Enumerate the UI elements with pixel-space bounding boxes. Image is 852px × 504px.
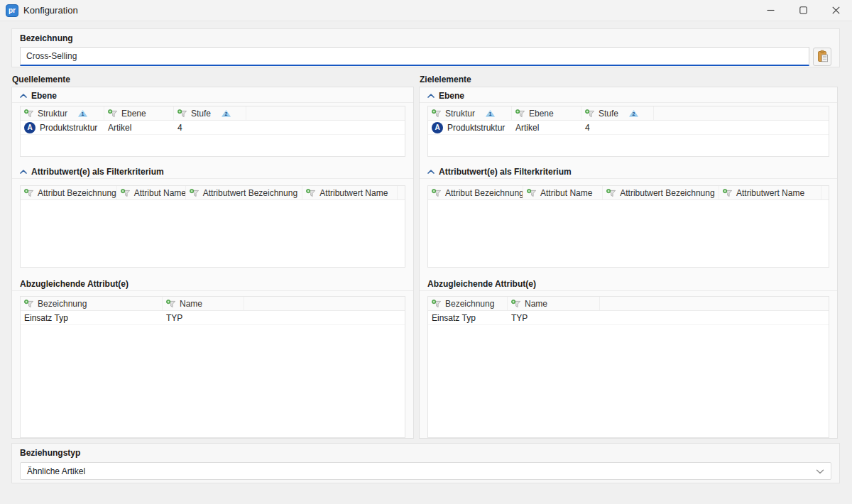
source-abgleich-section-header: Abzugleichende Attribut(e) (12, 278, 413, 291)
collapse-icon (427, 94, 435, 98)
column-label: Attributwert Name (736, 188, 804, 198)
cell-ebene: Artikel (104, 121, 174, 134)
filter-icon[interactable] (606, 189, 616, 197)
column-header-name[interactable]: Name (508, 297, 600, 310)
target-filter-table: Attribut Bezeichnung Attribut Name Attri… (427, 185, 829, 268)
target-filter-section-header[interactable]: Attributwert(e) als Filterkriterium (420, 165, 837, 179)
filter-icon[interactable] (515, 109, 525, 118)
column-header-attributwert-name[interactable]: Attributwert Name (302, 186, 398, 199)
column-label: Attribut Name (134, 188, 186, 198)
column-header-filler (244, 297, 405, 310)
column-header-stufe[interactable]: Stufe 2 (581, 106, 654, 120)
column-label: Attributwert Bezeichnung (620, 188, 714, 198)
table-row[interactable]: A Produktstruktur Artikel 4 (428, 121, 829, 135)
close-button[interactable] (819, 0, 852, 21)
column-label: Attribut Bezeichnung (445, 188, 523, 198)
target-ebene-table: Struktur 1 Ebene Stufe 2 A Produktstrukt… (427, 106, 829, 157)
filter-icon[interactable] (190, 189, 200, 197)
column-label: Ebene (121, 109, 146, 119)
beziehungstyp-dropdown[interactable]: Ähnliche Artikel (20, 462, 831, 480)
filter-icon[interactable] (24, 109, 34, 118)
beziehungstyp-label: Beziehungstyp (20, 448, 831, 458)
produktstruktur-icon: A (432, 122, 443, 133)
window-controls (754, 0, 852, 21)
column-header-filler (246, 106, 405, 120)
close-icon (832, 6, 840, 14)
filter-icon[interactable] (306, 189, 316, 197)
collapse-icon (427, 170, 435, 174)
column-header-attributwert-bezeichnung[interactable]: Attributwert Bezeichnung (186, 186, 303, 199)
column-header-name[interactable]: Name (163, 297, 244, 310)
cell-text: Produktstruktur (40, 123, 97, 133)
column-header-attributwert-bezeichnung[interactable]: Attributwert Bezeichnung (603, 186, 719, 199)
section-title: Ebene (439, 91, 464, 101)
column-header-filler (600, 297, 829, 310)
column-label: Bezeichnung (445, 299, 494, 309)
filter-icon[interactable] (24, 189, 34, 197)
column-header-filler (398, 186, 405, 199)
zielelemente-heading: Zielelemente (420, 75, 471, 84)
bezeichnung-input[interactable] (20, 47, 809, 66)
maximize-button[interactable] (787, 0, 819, 21)
source-filter-table: Attribut Bezeichnung Attribut Name Attri… (20, 185, 405, 268)
filter-icon[interactable] (178, 109, 187, 118)
target-ebene-section-header[interactable]: Ebene (420, 89, 837, 103)
dropdown-selected-value: Ähnliche Artikel (27, 466, 85, 476)
cell-stufe: 4 (581, 121, 654, 134)
column-header-bezeichnung[interactable]: Bezeichnung (21, 297, 163, 310)
table-row[interactable]: Einsatz Typ TYP (428, 311, 829, 325)
filter-icon[interactable] (585, 109, 595, 118)
filter-icon[interactable] (108, 109, 118, 118)
beziehungstyp-group: Beziehungstyp Ähnliche Artikel (11, 443, 840, 483)
column-label: Attributwert Bezeichnung (203, 188, 297, 198)
filter-icon[interactable] (24, 300, 34, 308)
column-header-struktur[interactable]: Struktur 1 (21, 106, 104, 120)
filter-icon[interactable] (432, 189, 442, 197)
minimize-button[interactable] (754, 0, 787, 21)
quellelemente-panel: Ebene Struktur 1 Ebene Stufe 2 (11, 87, 414, 439)
cell-bezeichnung: Einsatz Typ (21, 311, 163, 324)
table-row[interactable]: A Produktstruktur Artikel 4 (21, 121, 405, 135)
collapse-icon (20, 170, 27, 174)
column-header-attribut-name[interactable]: Attribut Name (117, 186, 186, 199)
clipboard-paste-icon (816, 50, 829, 63)
column-label: Bezeichnung (38, 299, 87, 309)
column-header-bezeichnung[interactable]: Bezeichnung (428, 297, 508, 310)
column-label: Attribut Bezeichnung (38, 188, 116, 198)
column-label: Attributwert Name (320, 188, 388, 198)
filter-icon[interactable] (511, 300, 521, 308)
filter-icon[interactable] (166, 300, 176, 308)
column-header-stufe[interactable]: Stufe 2 (174, 106, 246, 120)
sort-ascending-icon: 1 (78, 110, 87, 117)
column-label: Stufe (599, 109, 618, 119)
column-header-attribut-bezeichnung[interactable]: Attribut Bezeichnung (428, 186, 523, 199)
paste-button[interactable] (813, 48, 831, 66)
filter-icon[interactable] (432, 300, 442, 308)
section-title: Abzugleichende Attribut(e) (20, 279, 129, 289)
column-header-attribut-name[interactable]: Attribut Name (523, 186, 603, 199)
table-header-row: Bezeichnung Name (428, 297, 829, 311)
column-header-attributwert-name[interactable]: Attributwert Name (719, 186, 821, 199)
target-abgleich-section-header: Abzugleichende Attribut(e) (420, 278, 837, 291)
zielelemente-panel: Ebene Struktur 1 Ebene Stufe 2 (419, 87, 838, 439)
table-row[interactable]: Einsatz Typ TYP (21, 311, 405, 325)
column-header-ebene[interactable]: Ebene (512, 106, 581, 120)
sort-ascending-icon: 2 (222, 110, 231, 117)
column-header-filler (821, 186, 829, 199)
bezeichnung-label: Bezeichnung (20, 33, 831, 43)
source-ebene-table: Struktur 1 Ebene Stufe 2 A Produktstrukt… (20, 106, 405, 157)
source-filter-section-header[interactable]: Attributwert(e) als Filterkriterium (12, 165, 413, 179)
column-header-struktur[interactable]: Struktur 1 (428, 106, 512, 120)
minimize-icon (767, 6, 775, 14)
filter-icon[interactable] (723, 189, 733, 197)
filter-icon[interactable] (432, 109, 442, 118)
column-header-attribut-bezeichnung[interactable]: Attribut Bezeichnung (21, 186, 117, 199)
filter-icon[interactable] (121, 189, 131, 197)
filter-icon[interactable] (527, 189, 537, 197)
maximize-icon (799, 6, 807, 14)
source-ebene-section-header[interactable]: Ebene (12, 89, 413, 103)
column-header-ebene[interactable]: Ebene (104, 106, 174, 120)
section-title: Attributwert(e) als Filterkriterium (439, 167, 572, 177)
cell-stufe: 4 (174, 121, 246, 134)
cell-struktur: A Produktstruktur (428, 121, 512, 134)
